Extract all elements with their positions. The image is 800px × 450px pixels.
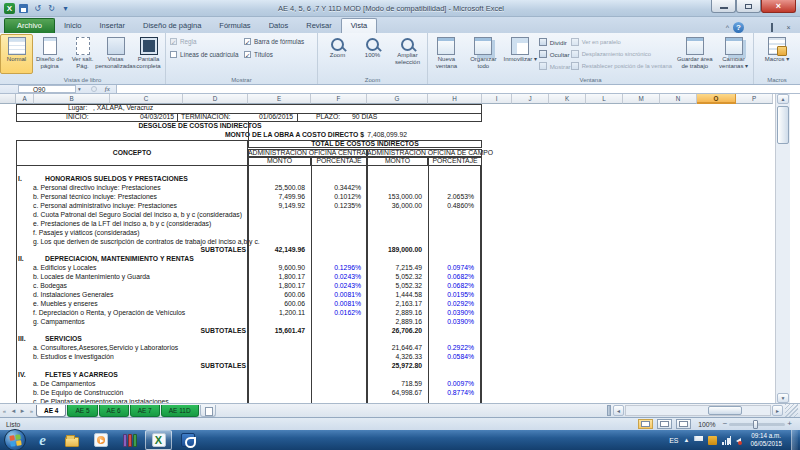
cell-text-row-32[interactable]: d. Instalaciones Generales [33, 291, 113, 300]
cell-text-row-32[interactable]: 0.0195% [447, 291, 474, 300]
cell-text-row-37[interactable]: SERVICIOS [45, 335, 82, 344]
cell-text-row-33[interactable]: e. Muebles y enseres [33, 300, 98, 309]
cell-text-row-22[interactable]: 0.1235% [334, 202, 361, 211]
excel-app-icon[interactable]: X [4, 3, 15, 14]
column-header-g[interactable]: G [367, 94, 428, 104]
l-neas-de-cuadr-cula-checkbox-icon[interactable] [170, 51, 177, 58]
t-tulos-checkbox-icon[interactable]: ✓ [244, 51, 251, 58]
checkbox-l-neas-de-cuadr-cula[interactable]: Líneas de cuadrícula [170, 51, 244, 58]
last-sheet-icon[interactable]: » [27, 408, 36, 414]
column-header-b[interactable]: B [34, 94, 110, 104]
tray-expand-icon[interactable]: ▲ [684, 437, 690, 443]
ribbon-button-zoom[interactable]: Zoom [320, 34, 355, 74]
next-sheet-icon[interactable]: ► [18, 408, 27, 414]
language-indicator[interactable]: ES [669, 437, 678, 444]
cell-text-row-34[interactable]: 0.0390% [447, 309, 474, 318]
cell-text-row-35[interactable]: 0.0390% [447, 318, 474, 327]
ribbon-button-nueva-ventana[interactable]: Nueva ventana [428, 34, 465, 74]
window-resize-grip[interactable] [785, 404, 798, 418]
cell-text-row-28[interactable]: II. [18, 255, 24, 264]
scroll-up-icon[interactable]: ▲ [777, 94, 789, 104]
cell-text-row-38[interactable]: 0.2922% [447, 344, 474, 353]
cell-text-row-24[interactable]: e. Prestaciones de la LFT del inciso a, … [33, 220, 211, 229]
cell-text-row-30[interactable]: 0.0682% [447, 273, 474, 282]
cell-text-row-21[interactable]: 0.1012% [334, 193, 361, 202]
column-header-e[interactable]: E [248, 94, 311, 104]
cell-text-row-30[interactable]: b. Locales de Mantenimiento y Guarda [33, 273, 150, 282]
ribbon-button-ver-salt-p-g[interactable]: Ver salt. Pág. [66, 34, 99, 74]
column-header-p[interactable]: P [736, 94, 773, 104]
ribbon-tab-archivo[interactable]: Archivo [4, 18, 55, 33]
taskbar-button-blue-app[interactable] [174, 430, 201, 450]
column-header-d[interactable]: D [183, 94, 248, 104]
name-box-dropdown-icon[interactable]: ▾ [78, 86, 81, 92]
save-icon[interactable] [18, 3, 29, 14]
column-header-l[interactable]: L [586, 94, 623, 104]
horizontal-scroll-track[interactable] [625, 405, 771, 416]
cell-text-row-30[interactable]: 0.0243% [334, 273, 361, 282]
ribbon-button-inmovilizar[interactable]: Inmovilizar ▾ [502, 34, 539, 74]
first-sheet-icon[interactable]: « [0, 408, 9, 414]
cell-text-row-30[interactable]: 1,800.17 [279, 273, 305, 282]
ribbon-button-restablecer-posici-n-de-la-ventana[interactable]: Restablecer posición de la ventana [571, 61, 676, 71]
ribbon-button-ver-en-paralelo[interactable]: Ver en paralelo [571, 37, 676, 47]
cell-text-row-26[interactable]: g. Los que deriven de suscripción de con… [33, 238, 260, 247]
ribbon-tab-inicio[interactable]: Inicio [55, 19, 91, 33]
cell-text-row-22[interactable]: 9,149.92 [279, 202, 305, 211]
ribbon-button-normal[interactable]: Normal [0, 34, 33, 74]
cell-text-row-34[interactable]: 2,889.16 [396, 309, 422, 318]
cell-text-row-34[interactable]: f. Depreciación o Renta, y Operación de … [33, 309, 185, 318]
scroll-right-icon[interactable]: ► [772, 405, 783, 416]
cell-text-row-30[interactable]: 5,052.32 [396, 273, 422, 282]
cell-text-row-20[interactable]: 0.3442% [334, 184, 361, 193]
sheet-tab-ae-11d[interactable]: AE 11D [161, 405, 199, 417]
barra-de-f-rmulas-checkbox-icon[interactable]: ✓ [244, 38, 251, 45]
cell-text-row-39[interactable]: b. Estudios e Investigación [33, 353, 114, 362]
cell-text-row-33[interactable]: 600.06 [284, 300, 305, 309]
cell-text-row-34[interactable]: 0.0162% [334, 309, 361, 318]
cell-text-row-33[interactable]: 0.0081% [334, 300, 361, 309]
prev-sheet-icon[interactable]: ◄ [9, 408, 18, 414]
ribbon-button-macros[interactable]: Macros ▾ [757, 34, 797, 74]
zoom-level[interactable]: 100% [698, 421, 715, 428]
doc-close-button[interactable]: × [782, 24, 795, 31]
column-header-j[interactable]: J [512, 94, 549, 104]
minimize-button[interactable] [711, 0, 736, 13]
cell-text-row-32[interactable]: 1,444.58 [396, 291, 422, 300]
ribbon-button-ampliar-selecci-n[interactable]: Ampliar selección [390, 34, 425, 74]
cell-text-row-13[interactable]: DESGLOSE DE COSTOS INDIRECTOS [104, 122, 296, 131]
cell-text-row-35[interactable]: g. Campamentos [33, 318, 85, 327]
restore-button[interactable] [736, 0, 761, 13]
cell-text-row-43[interactable]: 0.8774% [447, 389, 474, 398]
ribbon-button-vistas-personalizadas[interactable]: Vistas personalizadas [99, 34, 132, 74]
zoom-in-icon[interactable]: + [787, 420, 792, 428]
cell-text-row-39[interactable]: 0.0584% [447, 353, 474, 362]
zoom-out-icon[interactable]: − [723, 420, 728, 428]
taskbar-button-windows-explorer[interactable] [58, 430, 85, 450]
help-icon[interactable]: ? [733, 22, 744, 33]
cell-text-row-29[interactable]: a. Edificios y Locales [33, 264, 96, 273]
vertical-scroll-thumb[interactable] [777, 106, 789, 144]
page-layout-view-button[interactable] [657, 419, 672, 429]
regla-checkbox-icon[interactable]: ✓ [170, 38, 177, 45]
cell-text-row-33[interactable]: 0.0292% [447, 300, 474, 309]
cell-text-row-29[interactable]: 7,215.49 [396, 264, 422, 273]
cell-text-row-33[interactable]: 2,163.17 [396, 300, 422, 309]
cell-text-row-39[interactable]: 4,326.33 [396, 353, 422, 362]
cell-text-row-14[interactable]: MONTO DE LA OBRA A COSTO DIRECTO $ [225, 131, 364, 140]
page-break-view-button[interactable] [676, 419, 691, 429]
zoom-slider-thumb[interactable] [753, 420, 758, 429]
cell-text-row-38[interactable]: 21,646.47 [392, 344, 422, 353]
cell-text-row-36[interactable]: SUBTOTALES [201, 327, 246, 336]
start-button[interactable] [4, 429, 26, 450]
ribbon-button-dividir[interactable]: Dividir [539, 37, 571, 47]
cell-text-row-31[interactable]: c. Bodegas [33, 282, 67, 291]
cell-text-row-21[interactable]: 7,499.96 [279, 193, 305, 202]
scroll-left-icon[interactable]: ◄ [613, 405, 624, 416]
close-button[interactable]: × [761, 0, 796, 13]
cell-text-row-19[interactable]: HONORARIOS SUELDOS Y PRESTACIONES [45, 175, 188, 184]
cell-text-row-41[interactable]: IV. [18, 371, 26, 380]
cell-text-row-32[interactable]: 600.06 [284, 291, 305, 300]
cell-text-row-22[interactable]: c. Personal administrativo incluye: Pres… [33, 202, 177, 211]
sheet-tab-ae-6[interactable]: AE 6 [99, 405, 129, 417]
